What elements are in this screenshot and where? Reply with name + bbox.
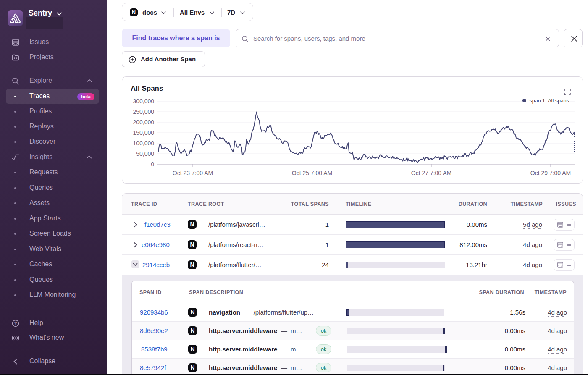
svg-text:Oct 23 7:00 AM: Oct 23 7:00 AM — [173, 170, 213, 176]
svg-text:50,000: 50,000 — [136, 150, 154, 157]
svg-text:Oct 29 7:00 AM: Oct 29 7:00 AM — [530, 170, 571, 176]
svg-text:100,000: 100,000 — [133, 140, 154, 147]
svg-text:Oct 27 7:00 AM: Oct 27 7:00 AM — [411, 170, 452, 176]
svg-text:200,000: 200,000 — [133, 119, 154, 126]
svg-text:?: ? — [14, 321, 17, 326]
svg-text:0: 0 — [151, 161, 154, 168]
svg-text:Oct 25 7:00 AM: Oct 25 7:00 AM — [292, 170, 333, 176]
svg-text:300,000: 300,000 — [133, 98, 154, 105]
svg-text:250,000: 250,000 — [133, 108, 154, 115]
svg-text:150,000: 150,000 — [133, 129, 154, 136]
